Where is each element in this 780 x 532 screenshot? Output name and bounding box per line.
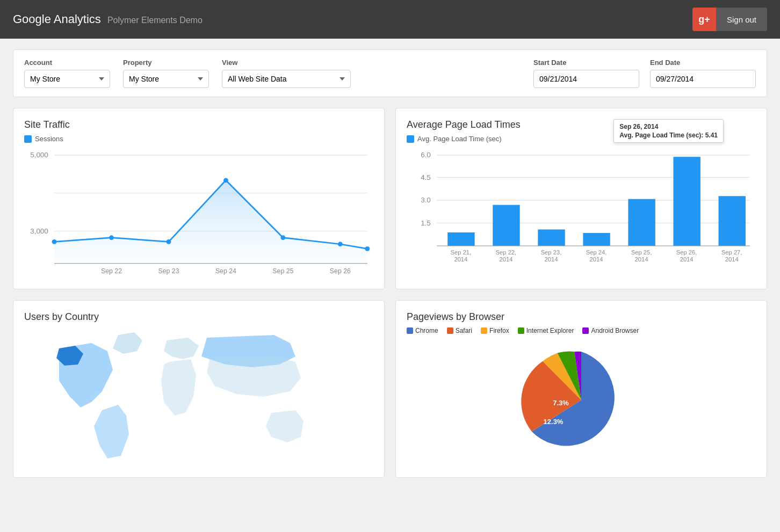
bar-sep24 — [583, 233, 610, 246]
account-label: Account — [24, 59, 110, 67]
svg-text:Sep 24,: Sep 24, — [586, 249, 607, 256]
end-date-input[interactable] — [650, 70, 756, 88]
firefox-percent: 7.3% — [553, 399, 569, 407]
svg-marker-6 — [54, 180, 367, 264]
account-select[interactable]: My Store — [24, 70, 110, 88]
users-country-card: Users by Country — [13, 300, 385, 478]
legend-android: Android Browser — [582, 327, 639, 334]
safari-label: Safari — [456, 327, 472, 334]
svg-text:Sep 22: Sep 22 — [101, 267, 122, 275]
header-right: g+ Sign out — [692, 8, 767, 31]
pageviews-title: Pageviews by Browser — [407, 311, 756, 323]
svg-text:Sep 27,: Sep 27, — [721, 249, 742, 256]
svg-text:2014: 2014 — [635, 257, 648, 263]
signout-button[interactable]: Sign out — [716, 8, 767, 31]
page-load-legend-label: Avg. Page Load Time (sec) — [417, 135, 502, 143]
legend-chrome: Chrome — [407, 327, 438, 334]
account-group: Account My Store — [24, 59, 110, 88]
chrome-label: Chrome — [415, 327, 438, 334]
world-map-svg — [24, 327, 373, 467]
svg-text:Sep 25: Sep 25 — [272, 267, 293, 275]
svg-text:2014: 2014 — [454, 257, 467, 263]
site-traffic-card: Site Traffic Sessions 5,000 3,000 — [13, 108, 385, 289]
sessions-legend-box — [24, 135, 32, 143]
safari-dot — [447, 327, 453, 334]
ie-label: Internet Explorer — [526, 327, 574, 334]
end-date-field: End Date — [650, 59, 756, 88]
page-load-card: Average Page Load Times Avg. Page Load T… — [395, 108, 767, 289]
svg-text:Sep 23,: Sep 23, — [541, 249, 562, 256]
svg-text:2014: 2014 — [725, 257, 739, 263]
line-chart-svg: 5,000 3,000 — [24, 149, 373, 278]
bar-sep22 — [493, 205, 519, 246]
line-chart-container: 5,000 3,000 — [24, 149, 373, 278]
filter-bar: Account My Store Property My Store View … — [13, 49, 767, 97]
firefox-dot — [481, 327, 487, 334]
bar-sep26 — [673, 157, 700, 246]
legend-safari: Safari — [447, 327, 472, 334]
end-date-label: End Date — [650, 59, 756, 67]
svg-point-12 — [338, 242, 343, 246]
gplus-button[interactable]: g+ — [692, 8, 716, 31]
svg-point-9 — [166, 239, 171, 244]
svg-text:Sep 22,: Sep 22, — [496, 249, 517, 256]
ie-dot — [518, 327, 524, 334]
android-dot — [582, 327, 589, 334]
svg-text:3,000: 3,000 — [30, 227, 48, 235]
legend-ie: Internet Explorer — [518, 327, 574, 334]
date-group: Start Date End Date — [533, 59, 756, 88]
bar-chart-container: 6.0 4.5 3.0 1.5 — [407, 149, 756, 278]
svg-text:Sep 24: Sep 24 — [215, 267, 236, 275]
svg-point-7 — [52, 239, 57, 244]
legend-firefox: Firefox — [481, 327, 509, 334]
svg-point-8 — [109, 235, 114, 240]
bar-chart-svg: 6.0 4.5 3.0 1.5 — [407, 149, 756, 278]
page-load-legend: Avg. Page Load Time (sec) — [407, 135, 756, 143]
start-date-label: Start Date — [533, 59, 639, 67]
bar-sep25 — [628, 199, 655, 246]
main-content: Account My Store Property My Store View … — [0, 39, 780, 489]
pageviews-browser-card: Pageviews by Browser Chrome Safari Firef… — [395, 300, 767, 478]
property-select[interactable]: My Store — [123, 70, 209, 88]
property-group: Property My Store — [123, 59, 209, 88]
svg-text:3.0: 3.0 — [421, 196, 431, 204]
users-country-title: Users by Country — [24, 311, 373, 323]
map-container — [24, 327, 373, 467]
site-traffic-legend: Sessions — [24, 135, 373, 143]
start-date-field: Start Date — [533, 59, 639, 88]
firefox-label: Firefox — [489, 327, 509, 334]
svg-text:2014: 2014 — [545, 257, 558, 263]
header-left: Google Analytics Polymer Elements Demo — [13, 12, 203, 26]
charts-grid: Site Traffic Sessions 5,000 3,000 — [13, 108, 767, 478]
pie-legend: Chrome Safari Firefox Internet Explorer … — [407, 327, 756, 334]
start-date-input[interactable] — [533, 70, 639, 88]
app-subtitle: Polymer Elements Demo — [107, 16, 203, 25]
svg-text:1.5: 1.5 — [421, 219, 431, 227]
svg-text:5,000: 5,000 — [30, 151, 48, 159]
view-label: View — [222, 59, 351, 67]
svg-text:2014: 2014 — [590, 257, 603, 263]
svg-text:Sep 26,: Sep 26, — [676, 249, 697, 256]
app-title: Google Analytics — [13, 12, 101, 26]
svg-text:6.0: 6.0 — [421, 151, 431, 159]
svg-text:Sep 25,: Sep 25, — [631, 249, 652, 256]
sessions-legend-label: Sessions — [35, 135, 63, 143]
svg-text:Sep 23: Sep 23 — [158, 267, 179, 275]
chrome-dot — [407, 327, 413, 334]
page-load-legend-box — [407, 135, 414, 143]
view-group: View All Web Site Data — [222, 59, 351, 88]
page-load-title: Average Page Load Times — [407, 119, 756, 130]
pie-chart-container: 12.3% 7.3% — [407, 341, 756, 448]
svg-text:2014: 2014 — [499, 257, 512, 263]
safari-percent: 12.3% — [544, 418, 564, 426]
site-traffic-title: Site Traffic — [24, 119, 373, 130]
svg-point-11 — [280, 235, 285, 240]
property-label: Property — [123, 59, 209, 67]
svg-text:Sep 21,: Sep 21, — [451, 249, 472, 256]
android-label: Android Browser — [591, 327, 639, 334]
bar-sep27 — [719, 196, 746, 246]
view-select[interactable]: All Web Site Data — [222, 70, 351, 88]
svg-point-10 — [223, 178, 228, 183]
bar-sep21 — [447, 232, 474, 246]
svg-text:Sep 26: Sep 26 — [330, 267, 351, 275]
